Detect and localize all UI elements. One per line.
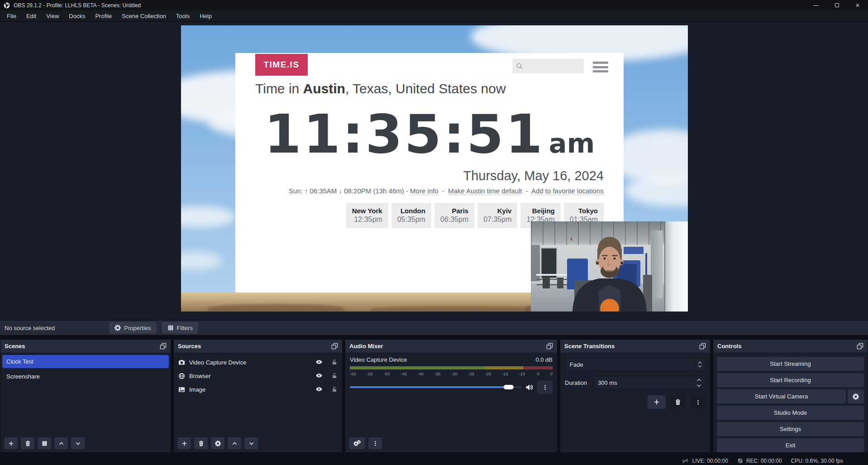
add-source-button[interactable] (177, 437, 191, 449)
volume-slider[interactable] (350, 386, 521, 388)
transitions-panel-title: Scene Transitions (564, 343, 615, 350)
hamburger-menu-icon[interactable] (593, 62, 608, 72)
status-bar: LIVE: 00:00:00 REC: 00:00:00 CPU: 0.6%, … (0, 456, 868, 465)
exit-button[interactable]: Exit (717, 438, 864, 452)
preview-area[interactable]: TIME.IS Time in Austin, Texas, United St… (0, 22, 868, 320)
menu-view[interactable]: View (41, 13, 64, 19)
record-inactive-icon (737, 458, 743, 464)
obs-window: { "window": { "title": "OBS 29.1.2 - Pro… (0, 0, 868, 465)
source-item-video-capture[interactable]: Video Capture Device (174, 355, 342, 369)
mixer-toolbar (345, 437, 557, 452)
visibility-eye-icon[interactable] (315, 373, 323, 379)
make-default-link[interactable]: Make Austin time default (448, 187, 522, 195)
visibility-eye-icon[interactable] (315, 359, 323, 365)
start-streaming-button[interactable]: Start Streaming (717, 357, 864, 371)
volume-slider-handle[interactable] (504, 385, 514, 389)
transition-properties-button[interactable] (690, 395, 706, 409)
remove-transition-button[interactable] (670, 395, 686, 409)
timeis-search-box[interactable] (512, 59, 584, 73)
filters-button[interactable]: Filters (162, 322, 198, 334)
menu-profile[interactable]: Profile (90, 13, 117, 19)
webcam-person (531, 221, 688, 312)
obs-logo-icon (4, 2, 10, 9)
timeis-clock: 11:35:51am (235, 103, 624, 165)
combo-arrows-icon (694, 358, 705, 371)
popout-icon[interactable] (857, 343, 863, 350)
scenes-toolbar (0, 437, 171, 452)
audio-mixer-title: Audio Mixer (349, 343, 383, 350)
move-scene-down-button[interactable] (71, 437, 85, 449)
advanced-audio-button[interactable] (349, 437, 365, 449)
remove-scene-button[interactable] (21, 437, 34, 449)
source-toolbar: No source selected Properties Filters (0, 320, 868, 336)
popout-icon[interactable] (699, 343, 706, 350)
start-recording-button[interactable]: Start Recording (717, 373, 864, 387)
menu-scene-collection[interactable]: Scene Collection (117, 13, 171, 19)
source-properties-button[interactable] (211, 437, 224, 449)
mixer-menu-button[interactable] (368, 437, 382, 449)
scenes-panel-title: Scenes (5, 343, 25, 350)
scenes-panel: Scenes Clock Test Screenshare (0, 339, 171, 453)
volume-meter (350, 366, 553, 369)
more-info-link[interactable]: More info (410, 187, 439, 195)
move-source-up-button[interactable] (228, 437, 241, 449)
menu-file[interactable]: File (2, 13, 21, 19)
move-source-down-button[interactable] (244, 437, 258, 449)
duration-spinbox[interactable]: 300 ms (593, 376, 706, 389)
spin-up-icon[interactable] (696, 379, 701, 382)
city-card[interactable]: Kyiv07:35pm (477, 203, 517, 228)
webcam-overlay[interactable] (531, 221, 688, 312)
studio-mode-button[interactable]: Studio Mode (717, 406, 864, 420)
window-controls: — ✕ (806, 0, 868, 10)
move-scene-up-button[interactable] (54, 437, 68, 449)
virtual-camera-config-button[interactable] (848, 389, 864, 403)
lock-icon[interactable] (331, 359, 338, 365)
source-status-text: No source selected (5, 325, 55, 331)
menu-help[interactable]: Help (195, 13, 217, 19)
visibility-eye-icon[interactable] (315, 386, 323, 393)
scene-transitions-panel: Scene Transitions Fade Duration 300 ms (560, 339, 711, 453)
timeis-sun-info: Sun: ↑ 06:35AM ↓ 08:20PM (13h 46m) - Mor… (235, 187, 604, 195)
minimize-button[interactable]: — (806, 0, 826, 10)
city-card[interactable]: Paris06:35pm (434, 203, 474, 228)
mixer-channel-menu-button[interactable] (537, 380, 553, 394)
start-virtual-camera-button[interactable]: Start Virtual Camera (717, 389, 846, 403)
add-scene-button[interactable] (4, 437, 18, 449)
remove-source-button[interactable] (194, 437, 208, 449)
sources-toolbar (174, 437, 342, 452)
city-card[interactable]: New York12:35pm (346, 203, 388, 228)
scene-item-clock-test[interactable]: Clock Test (2, 355, 169, 368)
transition-select[interactable]: Fade (565, 358, 706, 371)
speaker-icon[interactable] (525, 384, 533, 391)
camera-icon (178, 359, 185, 366)
controls-panel-title: Controls (717, 343, 741, 350)
add-transition-button[interactable] (648, 395, 666, 409)
scene-canvas[interactable]: TIME.IS Time in Austin, Texas, United St… (181, 25, 688, 312)
popout-icon[interactable] (160, 343, 167, 350)
source-item-image[interactable]: Image (174, 383, 342, 396)
menu-edit[interactable]: Edit (21, 13, 41, 19)
scene-item-screenshare[interactable]: Screenshare (2, 370, 169, 383)
menu-bar: File Edit View Docks Profile Scene Colle… (0, 10, 868, 22)
favorite-link[interactable]: Add to favorite locations (531, 187, 604, 195)
dock-panels: Scenes Clock Test Screenshare Sources Vi… (0, 336, 868, 456)
city-card[interactable]: London05:35pm (391, 203, 431, 228)
title-bar: OBS 29.1.2 - Profile: LLHLS BETA - Scene… (0, 0, 868, 10)
popout-icon[interactable] (331, 343, 338, 350)
popout-icon[interactable] (546, 343, 553, 350)
lock-icon[interactable] (331, 373, 338, 379)
scene-filters-button[interactable] (38, 437, 51, 449)
filter-icon (167, 325, 174, 331)
sources-panel-title: Sources (178, 343, 201, 350)
properties-button[interactable]: Properties (109, 322, 156, 334)
menu-docks[interactable]: Docks (64, 13, 90, 19)
source-item-browser[interactable]: Browser (174, 369, 342, 383)
lock-icon[interactable] (331, 386, 338, 393)
maximize-button[interactable] (826, 0, 847, 10)
close-button[interactable]: ✕ (847, 0, 868, 10)
spin-down-icon[interactable] (696, 384, 701, 387)
mixer-level-db: 0.0 dB (535, 356, 553, 363)
menu-tools[interactable]: Tools (171, 13, 195, 19)
settings-button[interactable]: Settings (717, 422, 864, 436)
gear-icon (853, 393, 859, 400)
